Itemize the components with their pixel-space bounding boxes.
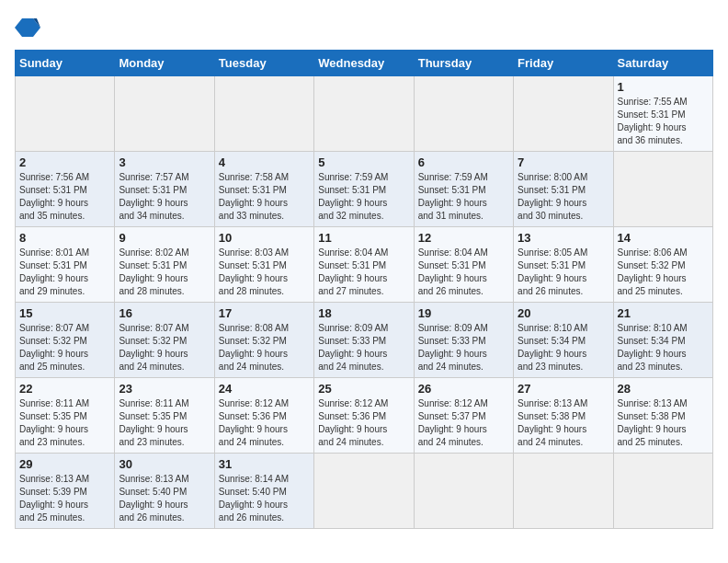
day-info: Sunrise: 8:12 AMSunset: 5:36 PMDaylight:… [318,397,409,449]
calendar-cell: 31Sunrise: 8:14 AMSunset: 5:40 PMDayligh… [214,454,313,529]
calendar-cell: 9Sunrise: 8:02 AMSunset: 5:31 PMDaylight… [115,227,214,303]
page-header [15,15,713,40]
calendar-cell: 1Sunrise: 7:55 AMSunset: 5:31 PMDaylight… [613,76,712,152]
calendar-cell [514,454,613,529]
day-number: 26 [418,382,509,396]
calendar-header: SundayMondayTuesdayWednesdayThursdayFrid… [16,51,713,76]
calendar-cell: 23Sunrise: 8:11 AMSunset: 5:35 PMDayligh… [115,378,214,454]
calendar-cell [613,152,712,227]
empty-cell [314,76,414,152]
calendar-cell: 13Sunrise: 8:05 AMSunset: 5:31 PMDayligh… [514,227,613,303]
header-day: Monday [115,51,214,76]
day-number: 4 [219,155,310,169]
day-number: 31 [219,457,310,471]
calendar-week: 1Sunrise: 7:55 AMSunset: 5:31 PMDaylight… [16,76,713,152]
calendar-cell: 18Sunrise: 8:09 AMSunset: 5:33 PMDayligh… [314,303,414,378]
day-info: Sunrise: 8:02 AMSunset: 5:31 PMDaylight:… [119,247,210,298]
calendar-table: SundayMondayTuesdayWednesdayThursdayFrid… [15,50,713,529]
logo [15,15,42,40]
day-info: Sunrise: 7:55 AMSunset: 5:31 PMDaylight:… [618,96,709,147]
day-number: 21 [618,306,709,320]
calendar-week: 2Sunrise: 7:56 AMSunset: 5:31 PMDaylight… [16,152,713,227]
day-info: Sunrise: 7:59 AMSunset: 5:31 PMDaylight:… [418,171,509,223]
day-number: 1 [618,80,709,94]
calendar-cell: 14Sunrise: 8:06 AMSunset: 5:32 PMDayligh… [613,227,712,303]
day-info: Sunrise: 8:09 AMSunset: 5:33 PMDaylight:… [318,322,409,373]
day-info: Sunrise: 8:03 AMSunset: 5:31 PMDaylight:… [219,247,310,298]
day-info: Sunrise: 8:07 AMSunset: 5:32 PMDaylight:… [119,322,210,373]
calendar-cell: 17Sunrise: 8:08 AMSunset: 5:32 PMDayligh… [214,303,313,378]
day-info: Sunrise: 8:07 AMSunset: 5:32 PMDaylight:… [19,322,110,373]
day-info: Sunrise: 8:13 AMSunset: 5:38 PMDaylight:… [618,397,709,449]
day-info: Sunrise: 8:13 AMSunset: 5:39 PMDaylight:… [19,473,110,524]
day-info: Sunrise: 8:11 AMSunset: 5:35 PMDaylight:… [19,397,110,449]
calendar-cell: 21Sunrise: 8:10 AMSunset: 5:34 PMDayligh… [613,303,712,378]
calendar-cell: 15Sunrise: 8:07 AMSunset: 5:32 PMDayligh… [16,303,115,378]
day-info: Sunrise: 8:11 AMSunset: 5:35 PMDaylight:… [119,397,210,449]
logo-icon [15,15,40,40]
day-info: Sunrise: 8:01 AMSunset: 5:31 PMDaylight:… [19,247,110,298]
day-info: Sunrise: 8:04 AMSunset: 5:31 PMDaylight:… [418,247,509,298]
empty-cell [214,76,313,152]
day-number: 8 [19,231,110,245]
day-info: Sunrise: 8:13 AMSunset: 5:38 PMDaylight:… [518,397,609,449]
calendar-cell: 28Sunrise: 8:13 AMSunset: 5:38 PMDayligh… [613,378,712,454]
day-number: 24 [219,382,310,396]
day-info: Sunrise: 7:56 AMSunset: 5:31 PMDaylight:… [19,171,110,223]
header-day: Thursday [414,51,513,76]
day-number: 17 [219,306,310,320]
calendar-cell: 10Sunrise: 8:03 AMSunset: 5:31 PMDayligh… [214,227,313,303]
calendar-cell: 6Sunrise: 7:59 AMSunset: 5:31 PMDaylight… [414,152,513,227]
calendar-body: 1Sunrise: 7:55 AMSunset: 5:31 PMDaylight… [16,76,713,529]
calendar-cell: 27Sunrise: 8:13 AMSunset: 5:38 PMDayligh… [514,378,613,454]
calendar-cell [414,454,513,529]
day-info: Sunrise: 8:09 AMSunset: 5:33 PMDaylight:… [418,322,509,373]
calendar-cell: 20Sunrise: 8:10 AMSunset: 5:34 PMDayligh… [514,303,613,378]
header-day: Friday [514,51,613,76]
day-info: Sunrise: 8:08 AMSunset: 5:32 PMDaylight:… [219,322,310,373]
day-number: 27 [518,382,609,396]
day-info: Sunrise: 8:06 AMSunset: 5:32 PMDaylight:… [618,247,709,298]
day-info: Sunrise: 8:14 AMSunset: 5:40 PMDaylight:… [219,473,310,524]
day-number: 14 [618,231,709,245]
calendar-cell: 11Sunrise: 8:04 AMSunset: 5:31 PMDayligh… [314,227,414,303]
calendar-week: 15Sunrise: 8:07 AMSunset: 5:32 PMDayligh… [16,303,713,378]
day-number: 5 [318,155,409,169]
calendar-cell: 8Sunrise: 8:01 AMSunset: 5:31 PMDaylight… [16,227,115,303]
day-info: Sunrise: 8:05 AMSunset: 5:31 PMDaylight:… [518,247,609,298]
day-info: Sunrise: 8:10 AMSunset: 5:34 PMDaylight:… [518,322,609,373]
calendar-cell: 16Sunrise: 8:07 AMSunset: 5:32 PMDayligh… [115,303,214,378]
day-info: Sunrise: 7:59 AMSunset: 5:31 PMDaylight:… [318,171,409,223]
day-number: 13 [518,231,609,245]
calendar-cell [613,454,712,529]
calendar-week: 8Sunrise: 8:01 AMSunset: 5:31 PMDaylight… [16,227,713,303]
day-info: Sunrise: 7:57 AMSunset: 5:31 PMDaylight:… [119,171,210,223]
calendar-cell: 24Sunrise: 8:12 AMSunset: 5:36 PMDayligh… [214,378,313,454]
day-number: 18 [318,306,409,320]
calendar-cell: 19Sunrise: 8:09 AMSunset: 5:33 PMDayligh… [414,303,513,378]
day-number: 20 [518,306,609,320]
calendar-cell: 29Sunrise: 8:13 AMSunset: 5:39 PMDayligh… [16,454,115,529]
calendar-cell: 30Sunrise: 8:13 AMSunset: 5:40 PMDayligh… [115,454,214,529]
day-number: 3 [119,155,210,169]
day-info: Sunrise: 8:12 AMSunset: 5:36 PMDaylight:… [219,397,310,449]
day-number: 19 [418,306,509,320]
day-info: Sunrise: 8:00 AMSunset: 5:31 PMDaylight:… [518,171,609,223]
header-day: Saturday [613,51,712,76]
day-number: 25 [318,382,409,396]
calendar-cell: 12Sunrise: 8:04 AMSunset: 5:31 PMDayligh… [414,227,513,303]
day-number: 7 [518,155,609,169]
calendar-cell: 22Sunrise: 8:11 AMSunset: 5:35 PMDayligh… [16,378,115,454]
day-number: 15 [19,306,110,320]
day-number: 2 [19,155,110,169]
day-info: Sunrise: 8:04 AMSunset: 5:31 PMDaylight:… [318,247,409,298]
calendar-week: 22Sunrise: 8:11 AMSunset: 5:35 PMDayligh… [16,378,713,454]
calendar-cell [314,454,414,529]
empty-cell [115,76,214,152]
day-info: Sunrise: 8:13 AMSunset: 5:40 PMDaylight:… [119,473,210,524]
day-number: 6 [418,155,509,169]
header-day: Wednesday [314,51,414,76]
day-number: 22 [19,382,110,396]
day-number: 16 [119,306,210,320]
day-number: 9 [119,231,210,245]
